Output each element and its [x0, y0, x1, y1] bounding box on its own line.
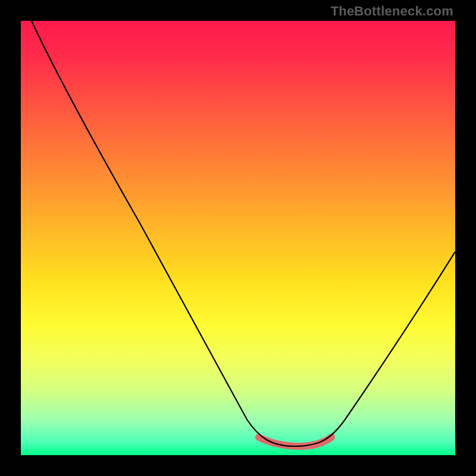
- watermark-text: TheBottleneck.com: [331, 4, 453, 19]
- chart-svg: [21, 21, 455, 455]
- bottleneck-curve: [32, 21, 455, 446]
- chart-frame: TheBottleneck.com: [0, 0, 476, 476]
